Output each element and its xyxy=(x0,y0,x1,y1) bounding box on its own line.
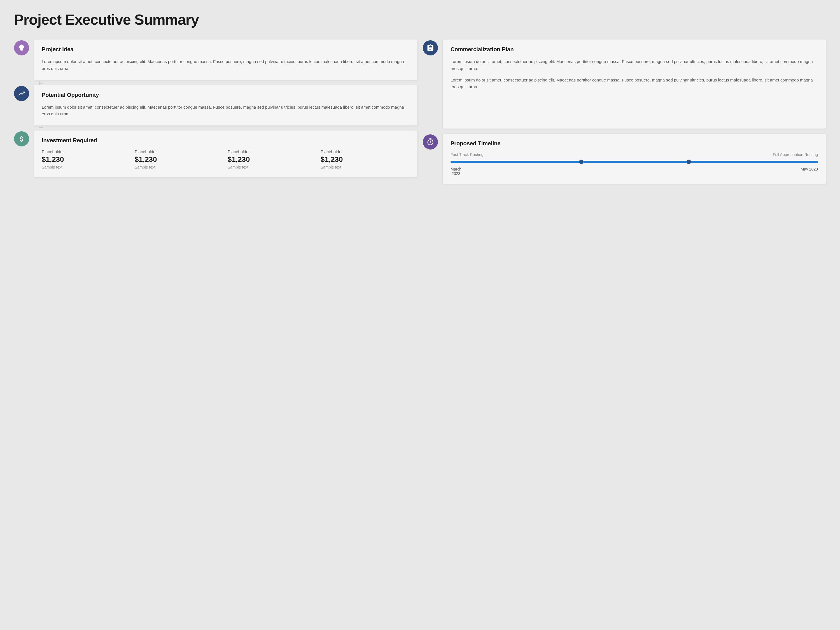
timeline-date-march: March2023 xyxy=(450,167,461,176)
investment-item-1: Placeholder $1,230 Sample text xyxy=(42,149,130,169)
investment-amount-4: $1,230 xyxy=(321,155,409,164)
investment-label-3: Placeholder xyxy=(227,149,316,154)
investment-amount-3: $1,230 xyxy=(227,155,316,164)
investment-grid: Placeholder $1,230 Sample text Placehold… xyxy=(42,149,409,169)
proposed-timeline-title: Proposed Timeline xyxy=(450,140,818,147)
commercialization-plan-section: Commercialization Plan Lorem ipsum dolor… xyxy=(423,39,826,129)
investment-required-icon xyxy=(14,131,29,147)
commercialization-plan-title: Commercialization Plan xyxy=(450,46,818,53)
project-idea-icon xyxy=(14,40,29,55)
investment-label-1: Placeholder xyxy=(42,149,130,154)
commercialization-plan-card: Commercialization Plan Lorem ipsum dolor… xyxy=(442,39,826,129)
proposed-timeline-section: Proposed Timeline Fast Track Routing Ful… xyxy=(423,133,826,184)
investment-required-section: Investment Required Placeholder $1,230 S… xyxy=(14,130,417,177)
project-idea-body: Lorem ipsum dolor sit amet, consectetuer… xyxy=(42,58,409,72)
project-idea-section: Project Idea Lorem ipsum dolor sit amet,… xyxy=(14,39,417,81)
investment-label-4: Placeholder xyxy=(321,149,409,154)
investment-sublabel-1: Sample text xyxy=(42,165,130,169)
timeline-label-fast-track: Fast Track Routing xyxy=(450,152,483,157)
investment-item-3: Placeholder $1,230 Sample text xyxy=(227,149,316,169)
investment-required-title: Investment Required xyxy=(42,137,409,144)
timeline-date-row: March2023 May 2023 xyxy=(450,167,818,176)
timeline-bar xyxy=(450,160,818,164)
investment-label-2: Placeholder xyxy=(135,149,223,154)
timeline-segment-2 xyxy=(584,161,686,163)
investment-amount-1: $1,230 xyxy=(42,155,130,164)
timeline-segment-3 xyxy=(691,161,818,163)
project-idea-card: Project Idea Lorem ipsum dolor sit amet,… xyxy=(33,39,417,81)
potential-opportunity-icon xyxy=(14,86,29,101)
potential-opportunity-section: Potential Opportunity Lorem ipsum dolor … xyxy=(14,85,417,126)
investment-amount-2: $1,230 xyxy=(135,155,223,164)
timeline-node-2 xyxy=(687,159,691,164)
investment-sublabel-3: Sample text xyxy=(227,165,316,169)
investment-sublabel-4: Sample text xyxy=(321,165,409,169)
commercialization-plan-icon xyxy=(423,40,438,55)
timeline-label-full-appropriation: Full Appropriation Routing xyxy=(773,152,818,157)
potential-opportunity-body: Lorem ipsum dolor sit amet, consectetuer… xyxy=(42,104,409,118)
page-title: Project Executive Summary xyxy=(14,11,826,28)
potential-opportunity-title: Potential Opportunity xyxy=(42,92,409,98)
timeline-header-labels: Fast Track Routing Full Appropriation Ro… xyxy=(450,152,818,157)
proposed-timeline-icon xyxy=(423,134,438,150)
investment-item-2: Placeholder $1,230 Sample text xyxy=(135,149,223,169)
investment-required-card: Investment Required Placeholder $1,230 S… xyxy=(33,130,417,177)
commercialization-plan-body: Lorem ipsum dolor sit amet, consectetuer… xyxy=(450,58,818,90)
potential-opportunity-card: Potential Opportunity Lorem ipsum dolor … xyxy=(33,85,417,126)
investment-sublabel-2: Sample text xyxy=(135,165,223,169)
investment-item-4: Placeholder $1,230 Sample text xyxy=(321,149,409,169)
proposed-timeline-card: Proposed Timeline Fast Track Routing Ful… xyxy=(442,133,826,184)
timeline-segment-1 xyxy=(450,161,579,163)
project-idea-title: Project Idea xyxy=(42,46,409,53)
timeline-date-may: May 2023 xyxy=(801,167,818,176)
timeline-section: Fast Track Routing Full Appropriation Ro… xyxy=(450,152,818,176)
timeline-node-1 xyxy=(579,159,584,164)
